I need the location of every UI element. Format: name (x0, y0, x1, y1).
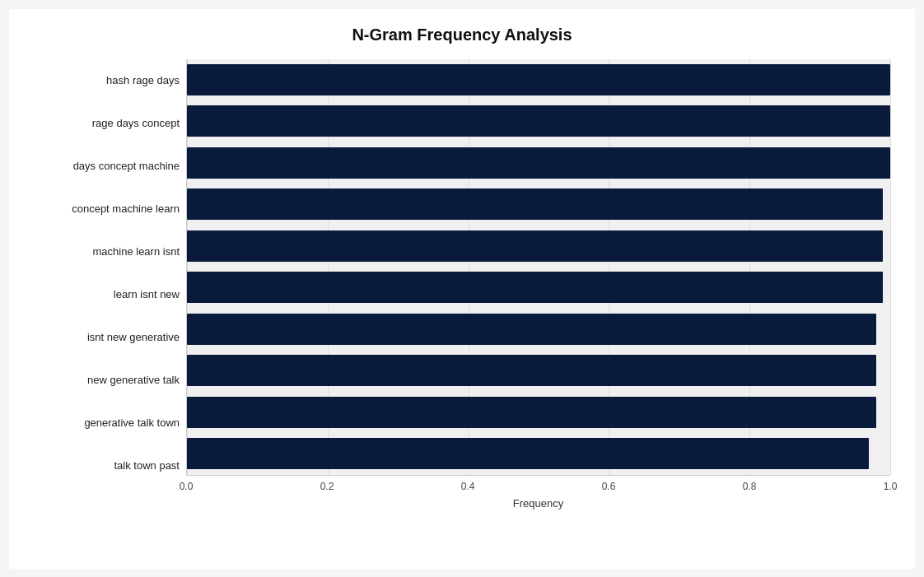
bar-row (187, 433, 890, 474)
y-label: isnt new generative (87, 317, 180, 358)
x-tick: 0.2 (320, 481, 334, 492)
grid-line (890, 59, 891, 475)
y-label: hash rage days (106, 60, 180, 101)
bar-row (187, 226, 890, 267)
bar (187, 105, 890, 137)
bar (187, 188, 883, 220)
y-label: days concept machine (73, 146, 180, 187)
bar-row (187, 100, 890, 142)
bar (187, 230, 883, 262)
chart-title: N-Gram Frequency Analysis (34, 26, 890, 44)
bar-row (187, 267, 890, 308)
bar (187, 355, 876, 386)
bar-row (187, 392, 890, 433)
y-axis: hash rage daysrage days conceptdays conc… (34, 59, 186, 512)
bar-row (187, 309, 890, 350)
y-label: machine learn isnt (93, 231, 180, 272)
y-label: learn isnt new (114, 274, 180, 315)
bars-area (186, 59, 890, 476)
x-axis: 0.00.20.40.60.81.0 (186, 477, 890, 496)
bar (187, 438, 869, 469)
bar-row (187, 184, 890, 225)
bar-row (187, 59, 890, 100)
bars-and-x: 0.00.20.40.60.81.0 Frequency (186, 59, 890, 512)
x-tick: 0.6 (602, 481, 616, 492)
x-tick: 1.0 (884, 481, 898, 492)
bar-row (187, 350, 890, 391)
x-tick: 0.0 (180, 481, 194, 492)
bar (187, 397, 876, 428)
bar (187, 314, 876, 345)
x-tick: 0.4 (461, 481, 475, 492)
y-label: concept machine learn (72, 188, 180, 230)
x-axis-label: Frequency (186, 496, 890, 512)
bar-row (187, 142, 890, 184)
bar (187, 147, 890, 179)
chart-area: hash rage daysrage days conceptdays conc… (34, 59, 890, 512)
bar (187, 272, 883, 303)
x-tick: 0.8 (743, 481, 757, 492)
chart-container: N-Gram Frequency Analysis hash rage days… (9, 9, 915, 569)
y-label: talk town past (114, 445, 180, 486)
y-label: new generative talk (87, 360, 180, 401)
y-label: generative talk town (84, 403, 180, 444)
y-label: rage days concept (92, 103, 180, 144)
bar (187, 64, 890, 95)
